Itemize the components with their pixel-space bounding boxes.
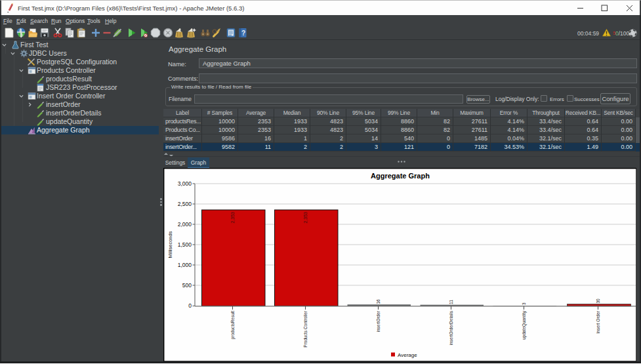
svg-text:2,000: 2,000 <box>178 221 192 228</box>
svg-text:3: 3 <box>522 302 526 305</box>
svg-text:30: 30 <box>596 298 600 304</box>
svg-text:3,000: 3,000 <box>178 180 192 187</box>
svg-text:Average: Average <box>398 352 417 358</box>
svg-text:2,353: 2,353 <box>303 212 308 224</box>
svg-text:Products Controller: Products Controller <box>303 310 308 347</box>
svg-text:11: 11 <box>449 300 453 304</box>
svg-text:updateQuantity: updateQuantity <box>522 310 527 340</box>
svg-text:Insert Order: Insert Order <box>596 310 600 334</box>
svg-text:insertOrderDetails: insertOrderDetails <box>449 310 453 345</box>
svg-text:Aggregate Graph: Aggregate Graph <box>371 172 430 180</box>
svg-text:1,500: 1,500 <box>178 241 192 248</box>
svg-text:?: ? <box>241 30 245 37</box>
svg-text:2,353: 2,353 <box>230 212 235 224</box>
svg-text:500: 500 <box>182 282 192 289</box>
svg-text:2,500: 2,500 <box>178 201 192 207</box>
svg-text:0: 0 <box>188 302 192 309</box>
svg-text:Milliseconds: Milliseconds <box>167 231 173 258</box>
svg-text:insertOrder: insertOrder <box>376 310 381 332</box>
svg-text:16: 16 <box>376 299 381 304</box>
svg-text:1,000: 1,000 <box>178 262 192 268</box>
svg-text:productsResult: productsResult <box>230 311 236 340</box>
